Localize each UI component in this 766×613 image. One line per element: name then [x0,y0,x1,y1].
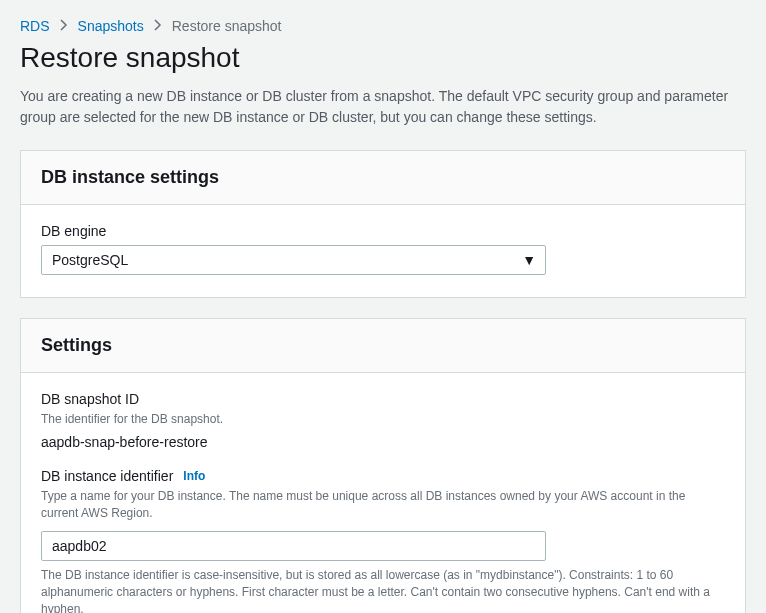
panel-header: Settings [21,319,745,373]
db-engine-select-wrap: PostgreSQL ▼ [41,245,546,275]
info-link[interactable]: Info [183,469,205,483]
panel-body: DB engine PostgreSQL ▼ [21,205,745,297]
db-instance-identifier-constraints: The DB instance identifier is case-insen… [41,567,725,613]
page-description: You are creating a new DB instance or DB… [20,86,746,128]
db-instance-settings-panel: DB instance settings DB engine PostgreSQ… [20,150,746,298]
db-engine-select[interactable]: PostgreSQL [41,245,546,275]
page-title: Restore snapshot [20,42,746,74]
chevron-right-icon [154,19,162,34]
db-instance-identifier-input[interactable] [41,531,546,561]
panel-title: DB instance settings [41,167,725,188]
settings-panel: Settings DB snapshot ID The identifier f… [20,318,746,613]
breadcrumb-current: Restore snapshot [172,18,282,34]
db-engine-field: DB engine PostgreSQL ▼ [41,223,725,275]
breadcrumb-link-rds[interactable]: RDS [20,18,50,34]
db-snapshot-id-value: aapdb-snap-before-restore [41,434,725,450]
panel-header: DB instance settings [21,151,745,205]
db-instance-identifier-label: DB instance identifier Info [41,468,725,484]
db-instance-identifier-field: DB instance identifier Info Type a name … [41,468,725,613]
db-instance-identifier-hint: Type a name for your DB instance. The na… [41,488,725,522]
panel-title: Settings [41,335,725,356]
db-snapshot-id-field: DB snapshot ID The identifier for the DB… [41,391,725,450]
chevron-right-icon [60,19,68,34]
db-snapshot-id-label: DB snapshot ID [41,391,725,407]
panel-body: DB snapshot ID The identifier for the DB… [21,373,745,613]
db-instance-identifier-label-text: DB instance identifier [41,468,173,484]
db-snapshot-id-hint: The identifier for the DB snapshot. [41,411,725,428]
breadcrumb-link-snapshots[interactable]: Snapshots [78,18,144,34]
breadcrumb: RDS Snapshots Restore snapshot [20,18,746,34]
db-engine-label: DB engine [41,223,725,239]
